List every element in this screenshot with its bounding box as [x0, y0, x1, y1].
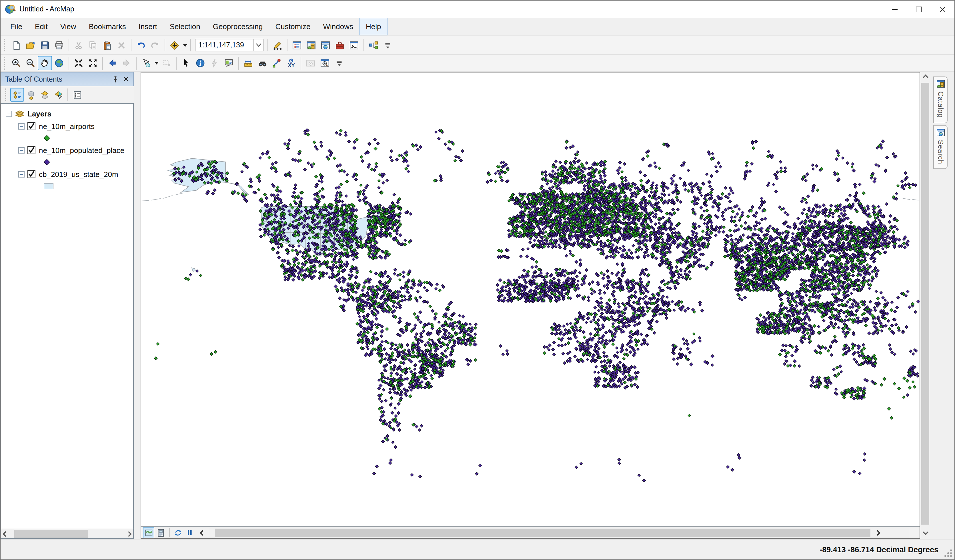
go-to-xy-button[interactable]: XY [284, 56, 298, 70]
menu-customize[interactable]: Customize [269, 18, 317, 35]
full-extent-button[interactable] [52, 56, 66, 70]
editor-pencil-button[interactable] [270, 38, 285, 52]
list-visibility-button[interactable] [38, 88, 52, 101]
expand-collapse-icon[interactable]: − [6, 111, 12, 117]
maximize-button[interactable] [906, 1, 930, 18]
map-vscroll-thumb[interactable] [921, 83, 929, 525]
dropdown-caret-icon[interactable] [182, 38, 188, 52]
identify-button[interactable] [193, 56, 207, 70]
expand-collapse-icon[interactable]: − [18, 147, 25, 153]
map-canvas[interactable] [141, 72, 919, 526]
find-route-icon [272, 58, 282, 68]
select-features-button[interactable] [139, 56, 153, 70]
menu-selection[interactable]: Selection [163, 18, 207, 35]
layer-visibility-checkbox[interactable] [27, 170, 36, 178]
toc-horizontal-scrollbar[interactable] [1, 529, 134, 539]
expand-collapse-icon[interactable]: − [18, 171, 25, 177]
layer-name[interactable]: ne_10m_airports [39, 122, 95, 130]
map-scroll-right-icon[interactable] [875, 530, 880, 535]
select-elements-button[interactable] [179, 56, 193, 70]
find-button[interactable] [255, 56, 270, 70]
overflow-button[interactable] [332, 56, 346, 70]
tab-catalog[interactable]: Catalog [933, 76, 947, 123]
close-button[interactable] [930, 1, 954, 18]
tab-search[interactable]: Search [933, 125, 947, 169]
standard-toolbar [1, 36, 954, 55]
undo-button[interactable] [134, 38, 148, 52]
expand-collapse-icon[interactable]: − [18, 123, 25, 129]
new-doc-button[interactable] [9, 38, 23, 52]
scroll-down-icon[interactable] [922, 529, 928, 535]
layer-row[interactable]: −cb_2019_us_state_20m [1, 168, 133, 180]
menu-geoprocessing[interactable]: Geoprocessing [207, 18, 269, 35]
menu-windows[interactable]: Windows [316, 18, 360, 35]
layer-symbol[interactable] [44, 135, 50, 142]
menu-edit[interactable]: Edit [28, 18, 54, 35]
arctoolbox-button[interactable] [333, 38, 347, 52]
refresh-button[interactable] [172, 527, 183, 538]
map-scale-combobox[interactable] [195, 39, 263, 51]
add-data-button[interactable] [168, 38, 182, 52]
map-horizontal-scrollbar[interactable] [209, 528, 909, 537]
modelbuilder-button[interactable] [366, 38, 380, 52]
fixed-zoom-in-button[interactable] [72, 56, 86, 70]
search-window-button[interactable] [318, 38, 333, 52]
dropdown-caret-icon[interactable] [153, 56, 160, 70]
toc-options-button[interactable] [70, 88, 84, 101]
layers-group-label[interactable]: Layers [27, 109, 52, 118]
paste-button[interactable] [100, 38, 114, 52]
catalog-window-button[interactable] [304, 38, 318, 52]
save-button[interactable] [38, 38, 52, 52]
resize-grip[interactable] [944, 549, 952, 557]
toc-hscroll-thumb[interactable] [14, 530, 88, 538]
menu-help[interactable]: Help [360, 18, 387, 35]
toc-group-row[interactable]: −Layers [1, 107, 133, 120]
layer-row[interactable]: −ne_10m_populated_place [1, 144, 133, 156]
python-window-button[interactable] [347, 38, 361, 52]
scroll-up-icon[interactable] [922, 75, 928, 80]
toolbar-grip[interactable] [5, 89, 9, 101]
menu-bookmarks[interactable]: Bookmarks [83, 18, 132, 35]
pause-drawing-button[interactable] [184, 527, 196, 538]
toc-window-button[interactable] [290, 38, 304, 52]
layer-symbol[interactable] [44, 183, 54, 190]
layer-symbol[interactable] [44, 159, 50, 165]
toolbar-grip[interactable] [3, 57, 8, 69]
layer-row[interactable]: −ne_10m_airports [1, 120, 133, 133]
pin-icon[interactable] [110, 74, 121, 84]
open-folder-button[interactable] [23, 38, 38, 52]
viewer-window-button[interactable] [318, 56, 332, 70]
zoom-in-button[interactable] [9, 56, 23, 70]
toolbar-grip[interactable] [3, 39, 8, 51]
measure-button[interactable] [241, 56, 255, 70]
fixed-zoom-out-button[interactable] [86, 56, 100, 70]
layer-visibility-checkbox[interactable] [27, 146, 36, 154]
map-scale-input[interactable] [196, 41, 253, 49]
pan-button[interactable] [38, 56, 52, 70]
layout-view-button[interactable] [155, 527, 166, 538]
menu-view[interactable]: View [54, 18, 83, 35]
scroll-left-icon[interactable] [3, 531, 8, 537]
menu-insert[interactable]: Insert [132, 18, 163, 35]
list-selection-button[interactable] [52, 88, 65, 101]
find-route-button[interactable] [270, 56, 284, 70]
list-source-button[interactable] [24, 88, 38, 101]
print-button[interactable] [52, 38, 66, 52]
data-view-button[interactable] [143, 527, 154, 538]
layer-name[interactable]: cb_2019_us_state_20m [39, 170, 118, 178]
menu-file[interactable]: File [4, 18, 28, 35]
scale-dropdown-icon[interactable] [253, 39, 263, 51]
minimize-button[interactable] [882, 1, 906, 18]
back-arrow-button[interactable] [105, 56, 119, 70]
overflow-button[interactable] [380, 38, 395, 52]
list-drawing-order-button[interactable] [10, 88, 24, 101]
map-hscroll-thumb[interactable] [215, 528, 870, 537]
scroll-right-icon[interactable] [126, 531, 132, 537]
layer-name[interactable]: ne_10m_populated_place [39, 146, 124, 154]
map-vertical-scrollbar[interactable] [920, 72, 930, 539]
html-popup-button[interactable] [222, 56, 236, 70]
layer-visibility-checkbox[interactable] [27, 122, 36, 130]
toc-close-icon[interactable] [121, 74, 131, 84]
map-scroll-left-icon[interactable] [200, 530, 205, 535]
zoom-out-button[interactable] [23, 56, 38, 70]
